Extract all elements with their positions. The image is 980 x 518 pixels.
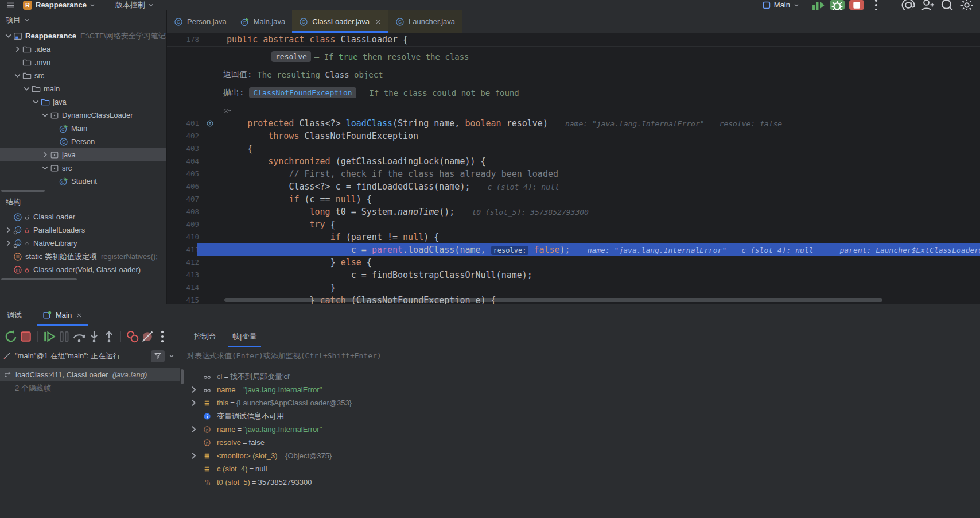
code-line-405[interactable]: 405 // First, check if the class has alr… (167, 168, 980, 180)
chevron-right-icon[interactable] (40, 150, 50, 160)
tab-main-java[interactable]: CMain.java (234, 10, 293, 33)
line-number[interactable]: 407 (167, 193, 206, 206)
line-number[interactable]: 402 (167, 130, 206, 142)
line-number[interactable]: 409 (167, 218, 206, 231)
structure-item-nativelibrary[interactable]: CNativeLibrary (0, 237, 166, 250)
close-icon[interactable] (375, 18, 382, 25)
tab-person-java[interactable]: CPerson.java (167, 10, 234, 33)
frames-filter-button[interactable] (151, 350, 165, 362)
structure-item-classloader[interactable]: CClassLoader (0, 210, 166, 223)
project-item-java[interactable]: java (0, 95, 166, 109)
line-number[interactable]: 404 (167, 155, 206, 168)
chevron-right-icon[interactable] (13, 44, 22, 54)
project-item-java[interactable]: java (0, 148, 166, 161)
stop-button[interactable] (849, 0, 864, 10)
chevron-right-icon[interactable] (188, 397, 199, 408)
project-item-src[interactable]: src (0, 69, 166, 82)
vcs-widget[interactable]: 版本控制 (115, 0, 154, 10)
variable-row-c-slot-4[interactable]: c (slot_4) = null (180, 462, 980, 476)
project-item-main[interactable]: CMain (0, 122, 166, 135)
debug-panel-title[interactable]: 调试 (7, 304, 22, 326)
debug-session-tab[interactable]: Main (37, 304, 88, 326)
javadoc-toggle[interactable] (223, 106, 980, 116)
structure-item-classloader-void-classloader[interactable]: mClassLoader(Void, ClassLoader) (0, 263, 166, 276)
code-line-404[interactable]: 404 synchronized (getClassLoadingLock(na… (167, 155, 980, 168)
evaluate-expression-input[interactable]: 对表达式求值(Enter)或添加监视(Ctrl+Shift+Enter) (180, 347, 980, 365)
structure-tree-hscrollbar[interactable] (1, 278, 77, 280)
structure-panel-header[interactable]: 结构 (0, 194, 166, 210)
code-line-414[interactable]: 414 } (167, 281, 980, 294)
stop-button[interactable] (18, 329, 33, 344)
mentions-button[interactable] (901, 0, 916, 10)
project-item-main[interactable]: main (0, 82, 166, 95)
code-line-402[interactable]: 402 throws ClassNotFoundException (167, 130, 980, 142)
chevron-right-icon[interactable] (188, 384, 199, 395)
line-number[interactable]: 403 (167, 142, 206, 155)
code-line-411[interactable]: 411 c = parent.loadClass(name, resolve: … (167, 243, 980, 256)
step-into-button[interactable] (87, 329, 102, 344)
chevron-down-icon[interactable] (22, 84, 32, 94)
frame-row-1[interactable]: 2 个隐藏帧 (0, 381, 180, 395)
code-line-409[interactable]: 409 try { (167, 218, 980, 231)
project-panel-header[interactable]: 项目 (0, 10, 166, 29)
view-breakpoints-button[interactable] (125, 329, 140, 344)
chevron-down-icon[interactable] (3, 31, 13, 41)
rerun-button[interactable] (3, 329, 18, 344)
threads-selector[interactable]: "main"@1 在组"main": 正在运行 (0, 347, 180, 365)
variable-row-resolve[interactable]: presolve = false (180, 436, 980, 449)
chevron-down-icon[interactable] (13, 71, 22, 80)
project-widget[interactable]: Reappearance (36, 1, 96, 9)
project-item-mvn[interactable]: .mvn (0, 56, 166, 69)
debug-button[interactable] (830, 0, 845, 10)
code-editor[interactable]: 178public abstract class ClassLoader { r… (167, 33, 980, 304)
frames-variables-tab[interactable]: 帧|变量 (224, 326, 265, 347)
project-tree-hscrollbar[interactable] (1, 190, 45, 192)
code-with-me-button[interactable] (920, 0, 935, 10)
frame-row-0[interactable]: loadClass:411, ClassLoader(java.lang) (0, 368, 180, 381)
tab-launcher-java[interactable]: CLauncher.java (388, 10, 462, 33)
step-out-button[interactable] (102, 329, 116, 344)
run-config-widget[interactable]: Main (762, 1, 800, 10)
line-number[interactable]: 178 (167, 33, 206, 46)
step-over-button[interactable] (72, 329, 87, 344)
variables-scrollbar[interactable] (181, 369, 184, 384)
line-number[interactable]: 414 (167, 281, 206, 294)
structure-item-parallelloaders[interactable]: CParallelLoaders (0, 223, 166, 237)
project-item-idea[interactable]: .idea (0, 42, 166, 56)
close-icon[interactable] (76, 312, 83, 319)
line-number[interactable]: 415 (167, 294, 206, 304)
line-number[interactable]: 410 (167, 231, 206, 243)
chevron-right-icon[interactable] (3, 225, 13, 235)
profiler-button[interactable] (810, 0, 825, 10)
chevron-right-icon[interactable] (188, 424, 199, 435)
chevron-right-icon[interactable] (3, 238, 13, 248)
code-line-406[interactable]: 406 Class<?> c = findLoadedClass(name);c… (167, 180, 980, 193)
variable-row-v3[interactable]: 变量调试信息不可用 (180, 409, 980, 423)
chevron-down-icon[interactable] (168, 353, 175, 359)
more-button[interactable] (155, 329, 170, 344)
structure-item-static[interactable]: static 类初始值设定项registerNatives(); (0, 250, 166, 263)
line-number[interactable]: 406 (167, 180, 206, 193)
line-number[interactable]: 413 (167, 269, 206, 281)
code-line-403[interactable]: 403 { (167, 142, 980, 155)
mute-breakpoints-button[interactable] (140, 329, 155, 344)
line-number[interactable]: 412 (167, 256, 206, 269)
code-line-410[interactable]: 410 if (parent != null) { (167, 231, 980, 243)
variable-row-t0-slot-5[interactable]: 1001t0 (slot_5) = 3573852793300 (180, 476, 980, 489)
line-number[interactable]: 401 (167, 117, 206, 130)
code-line-408[interactable]: 408 long t0 = System.nanoTime();t0 (slot… (167, 206, 980, 218)
code-line-401[interactable]: 401 protected Class<?> loadClass(String … (167, 117, 980, 130)
console-tab[interactable]: 控制台 (186, 326, 224, 347)
code-line-412[interactable]: 412 } else { (167, 256, 980, 269)
project-avatar[interactable]: R (23, 1, 32, 10)
search-everywhere-button[interactable] (940, 0, 955, 10)
variable-row-this[interactable]: this = {Launcher$AppClassLoader@353} (180, 396, 980, 409)
settings-button[interactable] (959, 0, 974, 10)
variable-row-name[interactable]: pname = "java.lang.InternalError" (180, 423, 980, 436)
variable-row-cl[interactable]: cl = 找不到局部变量'cl' (180, 370, 980, 383)
tab-classloader-java[interactable]: CClassLoader.java (292, 10, 388, 33)
line-number[interactable]: 408 (167, 206, 206, 218)
code-line-178[interactable]: 178public abstract class ClassLoader { (167, 33, 980, 46)
more-button[interactable] (869, 0, 884, 10)
code-line-407[interactable]: 407 if (c == null) { (167, 193, 980, 206)
